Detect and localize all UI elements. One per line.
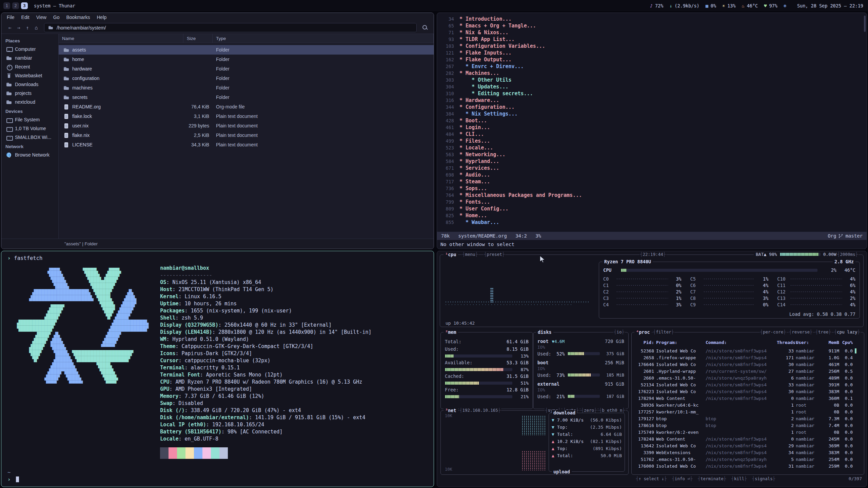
process-row[interactable]: 2658.firefox-wrappe/nix/store/sm8fnrf3wp… xyxy=(635,354,861,361)
process-row[interactable]: 2601.Hyprland-wrapp/run/current-system/s… xyxy=(635,368,861,374)
footer-button[interactable]: info ⏎ xyxy=(671,476,693,481)
proc-column-header[interactable]: User: xyxy=(796,340,820,345)
proc-column-header[interactable]: Program: xyxy=(656,340,704,345)
process-row[interactable]: 178616btopbtop2nambiar7.4M0.0 xyxy=(635,422,861,429)
proc-toggle[interactable]: reverse xyxy=(789,329,813,334)
process-row[interactable]: 13642Isolated Web Co/nix/store/sm8fnrf3w… xyxy=(635,442,861,449)
process-row[interactable]: 52134Isolated Web Co/nix/store/sm8fnrf3w… xyxy=(635,381,861,388)
thunar-window[interactable]: File Edit View Go Bookmarks Help ← → ↑ ⌂… xyxy=(1,13,434,249)
clock[interactable]: Sun, 28 Sep 2025 – 22:19 xyxy=(795,3,863,8)
brightness-icon[interactable]: ☀ 13% xyxy=(722,3,736,8)
file-row[interactable]: configuration Folder xyxy=(59,74,434,83)
sidebar-item-projects[interactable]: projects xyxy=(1,89,58,98)
workspace-1[interactable]: 1 xyxy=(3,2,10,9)
org-heading-line: 799* Fonts... xyxy=(439,199,863,205)
search-button[interactable] xyxy=(420,23,430,32)
process-row[interactable]: 2660.emacs-31.0.50-/nix/store/wnqz5pa8ra… xyxy=(635,374,861,381)
temperature-icon[interactable]: ♨ 46°C xyxy=(742,3,758,8)
menu-item[interactable]: Bookmarks xyxy=(63,13,93,22)
sidebar-item-computer[interactable]: Computer xyxy=(1,45,58,54)
back-button[interactable]: ← xyxy=(5,23,14,32)
file-row[interactable]: hardware Folder xyxy=(59,64,434,74)
path-bar[interactable]: /home/nambiar/system/ xyxy=(44,23,417,32)
sidebar-item-1tb-volume[interactable]: 1,0 TB Volume xyxy=(1,124,58,133)
menu-item[interactable]: View xyxy=(33,13,50,22)
volume-icon[interactable]: ♪ 72% xyxy=(650,3,664,8)
process-row[interactable]: 177257kworker/10:1-mm_1root0B0.0 xyxy=(635,408,861,415)
cpu-total-meter xyxy=(621,269,817,272)
process-row[interactable]: 179127btopbtop2nambiar7.3M0.0 xyxy=(635,415,861,422)
io-mode-toggle[interactable]: io xyxy=(613,329,625,334)
proc-toggle[interactable]: per-core xyxy=(760,329,787,334)
menu-item[interactable]: File xyxy=(3,13,18,22)
footer-button[interactable]: signals xyxy=(752,476,776,481)
menu-item[interactable]: Go xyxy=(50,13,63,22)
network-icon[interactable]: ↓ (2.9kb/s) xyxy=(669,3,699,8)
proc-column-header[interactable]: Cpu% xyxy=(841,340,853,345)
file-row[interactable]: LICENSE 34,3 KiB Plain text document xyxy=(59,140,434,149)
proc-column-header[interactable]: MemB xyxy=(822,340,839,345)
filter-button[interactable]: filter xyxy=(653,329,674,334)
sidebar-item-recent[interactable]: Recent xyxy=(1,62,58,71)
process-row[interactable]: 178248Web Content/nix/store/sm8fnrf3wps4… xyxy=(635,435,861,442)
network-toggle[interactable]: zero xyxy=(581,408,597,413)
emacs-window[interactable]: 34* Introduction... 65* Emacs + Org + Ta… xyxy=(437,13,867,249)
menu-item[interactable]: Help xyxy=(94,13,110,22)
process-row[interactable]: 176000Isolated Web Co/nix/store/sm8fnrf3… xyxy=(635,463,861,469)
update-interval-chip[interactable]: 2000ms xyxy=(837,252,859,257)
cpu-icon[interactable]: ▦ 0% xyxy=(706,3,716,8)
process-row[interactable]: 51762.emacs-31.0.50-/nix/store/wnqz5pa8r… xyxy=(635,456,861,463)
sort-selector[interactable]: cpu lazy xyxy=(834,329,861,334)
file-row[interactable]: secrets Folder xyxy=(59,93,434,102)
up-button[interactable]: ↑ xyxy=(23,23,32,32)
proc-toggle[interactable]: tree xyxy=(815,329,832,334)
sidebar-item-browse-network[interactable]: Browse Network xyxy=(1,150,58,159)
scrollbar-thumb[interactable] xyxy=(864,16,866,32)
footer-button[interactable]: ↑ select ↓ xyxy=(635,476,667,481)
org-heading-line: 584* Hyprland... xyxy=(439,158,863,165)
footer-button[interactable]: kill xyxy=(731,476,747,481)
process-row[interactable]: 176646Isolated Web Co/nix/store/sm8fnrf3… xyxy=(635,361,861,368)
nix-icon[interactable]: ❄ xyxy=(784,3,789,8)
workspace-2[interactable]: 2 xyxy=(12,2,19,9)
menu-button[interactable]: menu xyxy=(462,252,478,257)
proc-column-header[interactable]: Pid: xyxy=(635,340,654,345)
file-row[interactable]: machines Folder xyxy=(59,83,434,93)
file-row[interactable]: home Folder xyxy=(59,55,434,64)
column-header-name[interactable]: Name xyxy=(59,34,183,43)
sidebar-item-nextcloud[interactable]: nextcloud xyxy=(1,98,58,106)
sidebar-item-nambiar[interactable]: nambiar xyxy=(1,54,58,62)
process-row[interactable]: 175749kworker/6:2-even1root0B0.0 xyxy=(635,429,861,435)
process-row[interactable]: 178294Web Content/nix/store/sm8fnrf3wps4… xyxy=(635,395,861,402)
preset-button[interactable]: preset xyxy=(484,252,505,257)
column-header-type[interactable]: Type xyxy=(213,34,434,43)
file-row[interactable]: flake.lock 3,1 KiB Plain text document xyxy=(59,111,434,121)
proc-column-header[interactable]: Threads: xyxy=(777,340,794,345)
home-button[interactable]: ⌂ xyxy=(32,23,41,32)
sidebar-item-wastebasket[interactable]: Wastebasket xyxy=(1,71,58,80)
process-row[interactable]: 52368Isolated Web Co/nix/store/sm8fnrf3w… xyxy=(635,347,861,354)
menu-item[interactable]: Edit xyxy=(18,13,33,22)
column-header-size[interactable]: Size xyxy=(183,34,213,43)
terminal-window[interactable]: ›fastfetch ▗▄▄▄ ▗▄▄▄▄ ▄▄▄▖ ▜███▙ ▜███▙ ▟… xyxy=(1,251,434,487)
proc-column-header[interactable]: Command: xyxy=(706,340,775,345)
forward-button[interactable]: → xyxy=(14,23,23,32)
workspace-3[interactable]: 3 xyxy=(21,2,28,9)
network-toggle[interactable]: b eth0 n xyxy=(599,408,626,413)
file-row[interactable]: README.org 76,4 KiB Org-mode file xyxy=(59,102,434,111)
file-icon xyxy=(63,133,69,138)
process-row[interactable]: 3390WebExtensions/nix/store/sm8fnrf3wps4… xyxy=(635,449,861,456)
sidebar-item-file-system[interactable]: File System xyxy=(1,115,58,124)
file-row[interactable]: user.nix 229 bytes Plain text document xyxy=(59,121,434,130)
sidebar-item-downloads[interactable]: Downloads xyxy=(1,80,58,89)
file-row[interactable]: flake.nix 2,5 KiB Plain text document xyxy=(59,130,434,140)
file-row[interactable]: assets Folder xyxy=(59,45,434,55)
footer-button[interactable]: terminate xyxy=(697,476,727,481)
btop-window[interactable]: ¹cpu menu preset 22:19:44 BAT▲ 98% 0.00W… xyxy=(437,251,867,487)
process-row[interactable]: 38936kworker/u64:6-kc1root0B0.0 xyxy=(635,402,861,408)
folder-icon xyxy=(63,47,69,53)
sidebar-item-smallbox[interactable]: SMALLBOX Wi... xyxy=(1,133,58,142)
battery-icon[interactable]: ♥ 97% xyxy=(764,3,777,8)
mem-stat-row: Available:53.3 GiB xyxy=(445,359,529,366)
process-row[interactable]: 176223Isolated Web Co/nix/store/sm8fnrf3… xyxy=(635,388,861,395)
